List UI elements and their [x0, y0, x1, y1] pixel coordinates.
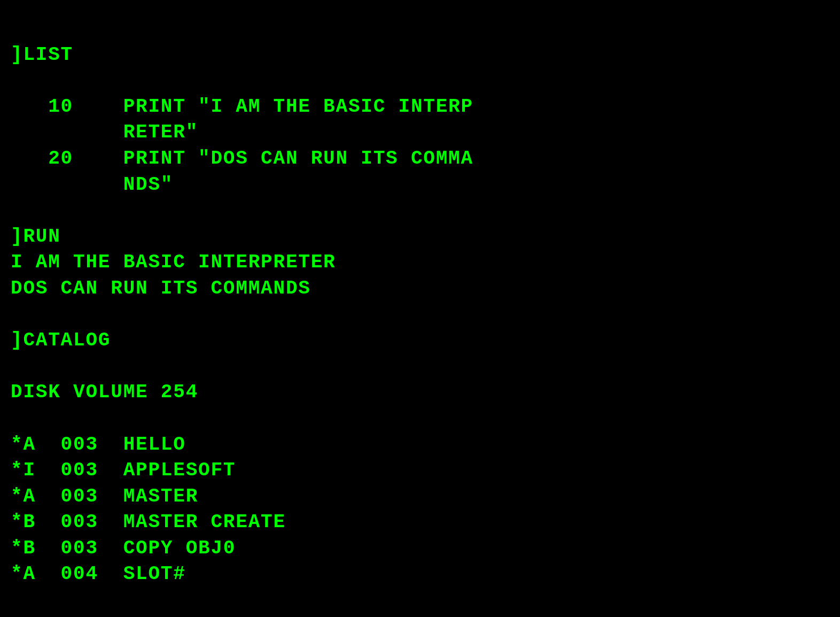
terminal-line: ]LIST	[11, 42, 829, 68]
terminal-line: *I 003 APPLESOFT	[11, 458, 829, 484]
terminal-screen: ]LIST 10 PRINT "I AM THE BASIC INTERP RE…	[0, 0, 840, 617]
terminal-line: *B 003 MASTER CREATE	[11, 510, 829, 536]
empty-line	[11, 406, 829, 432]
terminal-line: 20 PRINT "DOS CAN RUN ITS COMMA	[11, 146, 829, 172]
terminal-line: *A 003 MASTER	[11, 484, 829, 510]
terminal-line: ]*	[11, 614, 829, 617]
terminal-line: I AM THE BASIC INTERPRETER	[11, 250, 829, 276]
empty-line	[11, 354, 829, 380]
empty-line	[11, 588, 829, 614]
terminal-line: 10 PRINT "I AM THE BASIC INTERP	[11, 94, 829, 120]
terminal-line: DOS CAN RUN ITS COMMANDS	[11, 276, 829, 302]
empty-line	[11, 198, 829, 224]
empty-line	[11, 68, 829, 94]
empty-line	[11, 302, 829, 328]
terminal-line: RETER"	[11, 120, 829, 146]
terminal-line: ]RUN	[11, 224, 829, 250]
terminal-line: *B 003 COPY OBJ0	[11, 536, 829, 562]
terminal-line: NDS"	[11, 172, 829, 198]
terminal-line: DISK VOLUME 254	[11, 380, 829, 406]
terminal-line: ]CATALOG	[11, 328, 829, 354]
terminal-line: *A 004 SLOT#	[11, 561, 829, 588]
terminal-line: *A 003 HELLO	[11, 432, 829, 458]
